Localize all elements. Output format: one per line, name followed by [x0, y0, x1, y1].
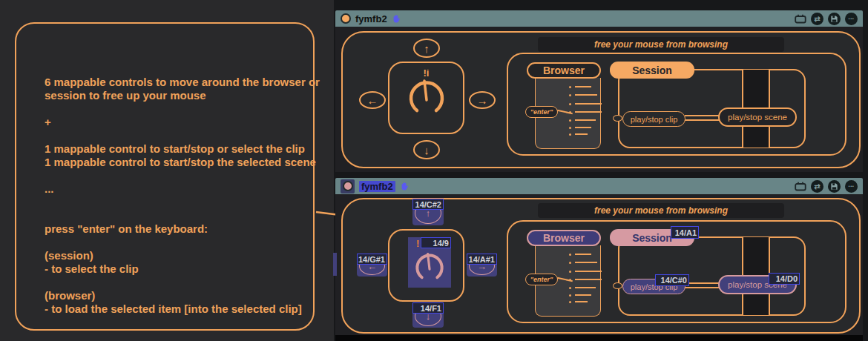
nav-right-button-mapped[interactable]: → 14/A#1 [467, 254, 497, 277]
list-line [575, 279, 602, 280]
tagline-strip: free your mouse from browsing [538, 203, 784, 218]
nav-right-button[interactable]: → [469, 91, 496, 109]
list-line [575, 94, 597, 96]
list-line [575, 133, 588, 135]
clip-scene-connector [685, 282, 719, 288]
play-stop-clip-button[interactable]: play/stop clip [622, 111, 685, 127]
list-line [575, 287, 596, 288]
nav-left-button-mapped[interactable]: ← 14/G#1 [357, 254, 387, 277]
list-dot [569, 119, 571, 122]
list-dot [569, 301, 571, 303]
annotation-area: 6 mappable controls to move around the b… [0, 0, 334, 341]
hot-swap-icon[interactable]: ⇄ [811, 180, 823, 193]
tab-browser[interactable]: Browser [527, 230, 601, 246]
list-dot [569, 94, 571, 96]
device-title: fymfb2 [355, 13, 387, 24]
enter-key-hint: "enter" [525, 274, 558, 285]
tab-session[interactable]: Session [610, 62, 694, 79]
play-stop-scene-button[interactable]: play/stop scene [718, 107, 797, 127]
clip-connector-nub [613, 282, 622, 289]
hot-swap-icon[interactable]: ⇄ [811, 13, 823, 25]
list-row [536, 286, 600, 289]
list-line [575, 301, 588, 302]
tagline-text: free your mouse from browsing [594, 39, 728, 50]
activator-map-chip [341, 179, 355, 193]
list-dot [569, 103, 571, 105]
list-row [536, 253, 600, 256]
list-dot [569, 262, 571, 264]
list-row [536, 119, 600, 122]
down-arrow-icon: ↓ [424, 144, 430, 156]
note-text: 6 mappable controls to move around the b… [45, 76, 326, 316]
enter-key-hint: "enter" [525, 106, 558, 118]
list-line [575, 119, 596, 121]
max-hand-icon [392, 13, 401, 24]
list-row [536, 300, 600, 303]
tagline-strip: free your mouse from browsing [538, 37, 784, 52]
list-dot [569, 133, 571, 136]
list-row [536, 294, 600, 297]
list-row [536, 133, 600, 136]
list-dot [569, 127, 571, 129]
tab-browser[interactable]: Browser [527, 62, 601, 79]
device-fymfb2-top: fymfb2 ⇄ ••• free yo [335, 10, 863, 172]
more-options-icon[interactable]: ••• [845, 180, 858, 193]
list-dot [569, 294, 571, 297]
list-dot [569, 254, 571, 256]
up-arrow-icon: ↑ [424, 42, 430, 55]
list-dot [569, 287, 571, 289]
list-line [575, 262, 597, 263]
device-activator-toggle[interactable] [343, 181, 353, 191]
save-preset-icon[interactable] [828, 180, 841, 193]
app-window: 6 mappable controls to move around the b… [0, 0, 868, 341]
list-line [575, 254, 591, 255]
list-line [575, 127, 591, 128]
list-row [536, 126, 600, 129]
midi-map-label-down: 14/F1 [412, 302, 444, 314]
list-line [575, 103, 602, 105]
list-line [575, 294, 591, 296]
list-line [575, 111, 602, 113]
device-window-icon[interactable] [795, 14, 806, 24]
right-arrow-icon: → [477, 94, 488, 107]
device-activator-toggle[interactable] [341, 13, 351, 24]
neighbor-device-sliver [333, 253, 337, 276]
midi-map-label-session: 14/A1 [671, 226, 699, 239]
dial-knob[interactable] [412, 249, 447, 285]
save-preset-icon[interactable] [828, 13, 841, 25]
midi-map-label-left: 14/G#1 [357, 254, 387, 265]
device-window-icon[interactable] [795, 182, 806, 191]
midi-map-label-up: 14/C#2 [412, 199, 444, 210]
list-line [575, 271, 602, 272]
device-fymfb2-bottom: fymfb2 ⇄ ••• [335, 178, 863, 335]
device-panel: free your mouse from browsing ↑ 14/C#2 ←… [335, 194, 863, 335]
dial-alert: ! [416, 238, 419, 249]
list-row [536, 93, 600, 96]
midi-map-label-right: 14/A#1 [467, 254, 497, 265]
list-dot [569, 271, 571, 273]
scroll-dial-container: !i [388, 62, 464, 134]
dial-knob[interactable] [405, 76, 448, 118]
midi-map-label-clip: 14/C#0 [655, 274, 689, 286]
midi-map-label-dial: 14/9 [421, 237, 451, 248]
clip-scene-connector [685, 115, 719, 121]
nav-down-button-mapped[interactable]: ↓ 14/F1 [412, 302, 444, 328]
list-dot [569, 86, 571, 88]
list-row [536, 270, 600, 273]
scroll-dial-container: ! 14/9 [388, 229, 464, 302]
midi-map-label-scene: 14/D0 [769, 273, 800, 285]
device-title-bar: fymfb2 ⇄ ••• [335, 10, 863, 27]
more-options-icon[interactable]: ••• [845, 13, 858, 25]
list-row [536, 85, 600, 88]
nav-up-button[interactable]: ↑ [413, 39, 440, 58]
nav-left-button[interactable]: ← [359, 91, 386, 109]
dial-mapped-patch[interactable]: ! 14/9 [408, 237, 451, 288]
nav-up-button-mapped[interactable]: ↑ 14/C#2 [412, 199, 444, 225]
note-box: 6 mappable controls to move around the b… [15, 22, 315, 331]
clip-connector-nub [613, 115, 622, 122]
device-title: fymfb2 [359, 181, 395, 192]
left-arrow-icon: ← [367, 94, 378, 107]
nav-down-button[interactable]: ↓ [413, 140, 440, 159]
list-row [536, 102, 600, 105]
device-view-bottom-edge [335, 335, 863, 341]
